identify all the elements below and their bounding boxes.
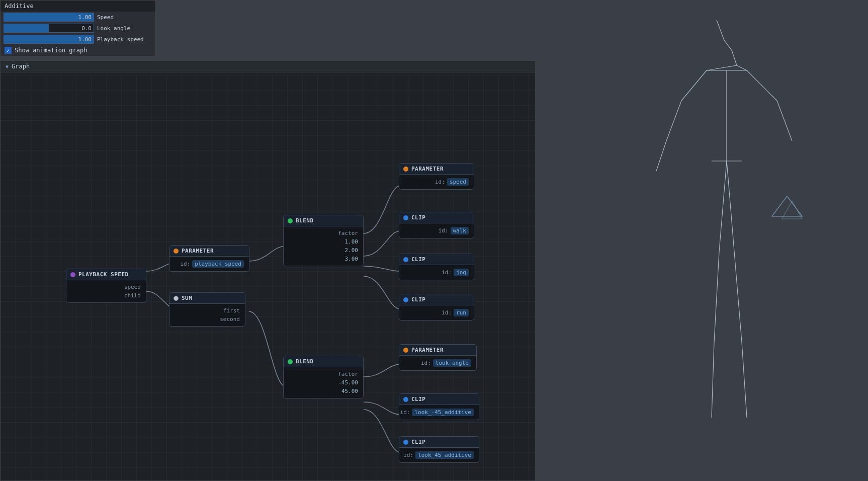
show-anim-graph-checkbox[interactable]: ✓ bbox=[5, 47, 12, 54]
sum-first: first bbox=[175, 306, 240, 315]
clip-walk-id-value: walk bbox=[451, 227, 469, 234]
parameter-speed-id-value: speed bbox=[447, 178, 469, 186]
blend1-dot bbox=[288, 218, 293, 223]
clip-look-neg45-id-field: id: look_-45_additive bbox=[404, 408, 474, 417]
parameter-speed-body: id: speed bbox=[399, 175, 474, 189]
parameter-speed-dot bbox=[403, 167, 408, 172]
svg-line-16 bbox=[712, 342, 714, 418]
parameter-la-id-field: id: look_angle bbox=[404, 358, 471, 368]
clip-walk-header: CLIP bbox=[399, 212, 474, 223]
speed-label: Speed bbox=[97, 14, 152, 21]
clip-look-neg45-header: CLIP bbox=[399, 394, 479, 405]
graph-panel: ▼ Graph bbox=[0, 60, 536, 481]
sum-body: first second bbox=[169, 304, 245, 326]
svg-marker-19 bbox=[772, 196, 802, 216]
svg-line-7 bbox=[666, 101, 681, 141]
playback-speed-dot bbox=[70, 272, 75, 277]
clip-run-id-field: id: run bbox=[404, 308, 469, 317]
parameter-ps-body: id: playback_speed bbox=[169, 257, 249, 271]
blend1-node[interactable]: BLEND factor 1.00 2.00 3.00 bbox=[283, 215, 364, 266]
show-anim-graph-label: Show animation graph bbox=[15, 47, 88, 54]
svg-line-4 bbox=[707, 65, 737, 70]
speed-value: 1.00 bbox=[4, 14, 94, 21]
blend2-node[interactable]: BLEND factor -45.00 45.00 bbox=[283, 356, 364, 398]
blend2-body: factor -45.00 45.00 bbox=[284, 367, 363, 398]
clip-look-pos45-node[interactable]: CLIP id: look_45_additive bbox=[399, 436, 479, 463]
clip-jog-header: CLIP bbox=[399, 254, 474, 265]
clip-run-header: CLIP bbox=[399, 294, 474, 305]
blend1-body: factor 1.00 2.00 3.00 bbox=[284, 226, 363, 266]
svg-line-18 bbox=[742, 342, 747, 418]
svg-line-5 bbox=[737, 65, 747, 70]
blend1-header: BLEND bbox=[284, 215, 363, 226]
show-anim-graph-row[interactable]: ✓ Show animation graph bbox=[1, 45, 155, 56]
clip-look-neg45-id-value: look_-45_additive bbox=[412, 409, 474, 416]
clip-jog-dot bbox=[403, 257, 408, 262]
clip-jog-node[interactable]: CLIP id: jog bbox=[399, 254, 474, 280]
svg-line-14 bbox=[727, 161, 734, 252]
svg-line-9 bbox=[747, 70, 777, 101]
clip-jog-id-field: id: jog bbox=[404, 268, 469, 277]
clip-run-dot bbox=[403, 297, 408, 302]
look-angle-param-row: 0.0 Look angle bbox=[1, 23, 155, 34]
graph-chevron-icon: ▼ bbox=[6, 64, 9, 69]
parameter-playback-speed-node[interactable]: PARAMETER id: playback_speed bbox=[169, 245, 249, 272]
sum-header: SUM bbox=[169, 293, 245, 304]
svg-line-8 bbox=[656, 141, 666, 171]
parameter-speed-id-field: id: speed bbox=[404, 177, 469, 187]
blend2-header: BLEND bbox=[284, 356, 363, 367]
svg-line-10 bbox=[777, 101, 792, 141]
clip-run-id-value: run bbox=[454, 309, 469, 316]
look-angle-value: 0.0 bbox=[4, 25, 94, 32]
graph-header: ▼ Graph bbox=[1, 61, 535, 72]
parameter-ps-id-field: id: playback_speed bbox=[175, 259, 244, 269]
parameter-playback-speed-header: PARAMETER bbox=[169, 246, 249, 257]
speed-output: speed bbox=[71, 283, 141, 291]
sum-node[interactable]: SUM first second bbox=[169, 292, 245, 327]
clip-look-neg45-dot bbox=[403, 397, 408, 402]
svg-line-17 bbox=[734, 252, 742, 342]
clip-look-neg45-node[interactable]: CLIP id: look_-45_additive bbox=[399, 393, 479, 420]
clip-look-neg45-body: id: look_-45_additive bbox=[399, 405, 479, 420]
clip-look-pos45-header: CLIP bbox=[399, 437, 479, 448]
sum-dot bbox=[173, 296, 179, 301]
svg-line-6 bbox=[681, 70, 707, 101]
speed-slider[interactable]: 1.00 bbox=[4, 13, 94, 22]
clip-walk-body: id: walk bbox=[399, 223, 474, 238]
clip-walk-dot bbox=[403, 215, 408, 220]
top-panel-title: Additive bbox=[1, 1, 155, 12]
look-angle-slider[interactable]: 0.0 bbox=[4, 24, 94, 33]
clip-look-pos45-id-field: id: look_45_additive bbox=[404, 450, 474, 460]
parameter-speed-header: PARAMETER bbox=[399, 164, 474, 175]
parameter-ps-dot bbox=[173, 249, 179, 254]
clip-run-body: id: run bbox=[399, 305, 474, 320]
clip-look-pos45-dot bbox=[403, 440, 408, 445]
playback-speed-slider[interactable]: 1.00 bbox=[4, 35, 94, 44]
parameter-la-dot bbox=[403, 348, 408, 353]
blend1-factor: factor bbox=[289, 229, 358, 237]
playback-speed-node[interactable]: PLAYBACK SPEED speed child bbox=[66, 269, 146, 303]
svg-line-2 bbox=[732, 50, 737, 65]
parameter-look-angle-header: PARAMETER bbox=[399, 345, 476, 356]
parameter-look-angle-node[interactable]: PARAMETER id: look_angle bbox=[399, 344, 477, 371]
clip-walk-node[interactable]: CLIP id: walk bbox=[399, 212, 474, 238]
playback-speed-value: 1.00 bbox=[4, 36, 94, 43]
svg-line-13 bbox=[719, 161, 727, 252]
clip-look-pos45-body: id: look_45_additive bbox=[399, 448, 479, 462]
svg-line-15 bbox=[714, 252, 719, 342]
sum-second: second bbox=[175, 315, 240, 324]
look-angle-label: Look angle bbox=[97, 25, 152, 32]
parameter-la-body: id: look_angle bbox=[399, 356, 476, 370]
clip-jog-id-value: jog bbox=[454, 269, 469, 276]
playback-speed-header: PLAYBACK SPEED bbox=[66, 269, 146, 280]
top-panel: Additive 1.00 Speed 0.0 Look angle 1.00 … bbox=[0, 0, 156, 56]
clip-run-node[interactable]: CLIP id: run bbox=[399, 294, 474, 320]
parameter-speed-node[interactable]: PARAMETER id: speed bbox=[399, 163, 474, 190]
graph-title: Graph bbox=[12, 63, 30, 70]
clip-walk-id-field: id: walk bbox=[404, 226, 469, 235]
parameter-ps-id-value: playback_speed bbox=[192, 260, 244, 268]
speed-param-row: 1.00 Speed bbox=[1, 12, 155, 23]
parameter-la-id-value: look_angle bbox=[433, 359, 471, 367]
clip-look-pos45-id-value: look_45_additive bbox=[415, 451, 474, 459]
child-output: child bbox=[71, 291, 141, 300]
